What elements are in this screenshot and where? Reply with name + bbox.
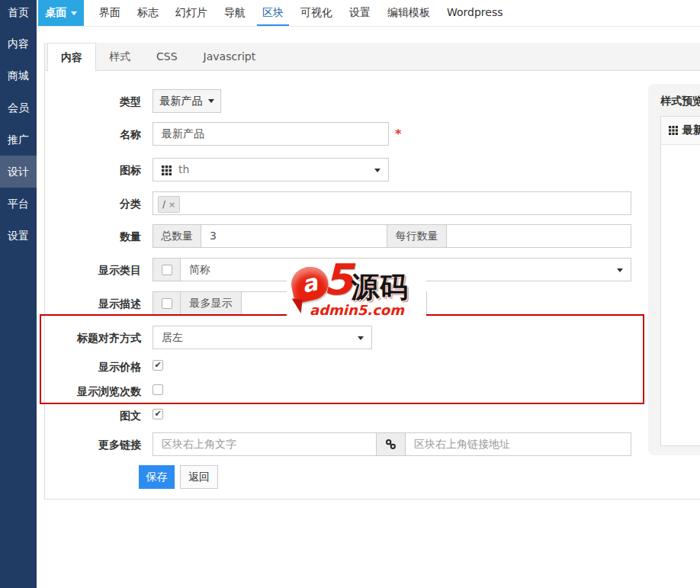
top-nav-tabs: 界面 标志 幻灯片 导航 区块 可视化 设置 编辑模板 Wordpress xyxy=(94,0,515,26)
title-align-select-value: 居左 xyxy=(162,331,183,343)
caret-down-icon xyxy=(358,336,364,340)
title-align-label: 标题对齐方式 xyxy=(27,332,141,344)
style-preview-title: 样式预览 xyxy=(660,95,700,108)
sidebar-item-platform[interactable]: 平台 xyxy=(0,188,37,220)
show-price-label: 显示价格 xyxy=(27,361,141,373)
remove-tag-icon[interactable]: × xyxy=(169,194,175,216)
per-row-quantity-addon: 每行数量 xyxy=(387,224,447,248)
topnav-tab-settings[interactable]: 设置 xyxy=(344,0,376,26)
panel-tab-style[interactable]: 样式 xyxy=(96,43,143,71)
sidebar-item-member[interactable]: 会员 xyxy=(0,92,37,124)
topnav-tab-logo[interactable]: 标志 xyxy=(132,0,164,26)
total-quantity-addon: 总数量 xyxy=(153,224,201,248)
caret-down-icon xyxy=(374,169,381,172)
show-views-checkbox[interactable] xyxy=(153,384,163,395)
sidebar-item-home[interactable]: 首页 xyxy=(0,0,37,25)
topnav-tab-blocks[interactable]: 区块 xyxy=(257,0,289,26)
watermark-five: 5 xyxy=(323,255,353,304)
panel-tab-content[interactable]: 内容 xyxy=(47,43,96,72)
total-quantity-input[interactable]: 3 xyxy=(201,224,387,248)
back-button[interactable]: 返回 xyxy=(180,465,218,489)
save-button[interactable]: 保存 xyxy=(139,465,175,489)
category-input[interactable]: / × xyxy=(153,191,631,215)
preview-block-title: 最新产品 xyxy=(682,124,700,137)
topnav-tab-visualize[interactable]: 可视化 xyxy=(295,0,338,26)
topnav-tab-edit-template[interactable]: 编辑模板 xyxy=(382,0,435,26)
show-description-label: 显示描述 xyxy=(27,297,141,310)
category-tag: / × xyxy=(158,196,180,213)
style-preview-panel: 样式预览 最新产品 xyxy=(648,84,700,455)
show-price-checkbox[interactable]: ✔ xyxy=(153,360,163,371)
show-category-checkbox[interactable] xyxy=(162,265,172,275)
link-addon xyxy=(376,432,406,456)
sidebar-item-promotion[interactable]: 推广 xyxy=(0,124,37,156)
quantity-label: 数量 xyxy=(27,230,141,243)
panel-tab-bar: 内容 样式 CSS Javascript xyxy=(45,43,700,71)
more-link-label: 更多链接 xyxy=(27,439,141,451)
th-grid-icon xyxy=(162,165,172,175)
sidebar-item-mall[interactable]: 商城 xyxy=(0,59,37,92)
max-display-addon: 最多显示 xyxy=(180,291,242,315)
watermark-cn-text: 源码 xyxy=(351,268,409,307)
more-link-text-placeholder: 区块右上角文字 xyxy=(162,438,236,450)
more-link-url-placeholder: 区块右上角链接地址 xyxy=(414,438,510,450)
topnav-tab-navigation[interactable]: 导航 xyxy=(219,0,251,26)
top-navbar: 桌面 界面 标志 幻灯片 导航 区块 可视化 设置 编辑模板 Wordpress xyxy=(37,0,700,27)
panel-tab-javascript[interactable]: Javascript xyxy=(191,43,269,71)
sidebar-item-design[interactable]: 设计 xyxy=(0,156,37,188)
type-value: 最新产品 xyxy=(160,95,203,108)
type-label: 类型 xyxy=(27,95,141,108)
desktop-menu-label: 桌面 xyxy=(46,6,67,20)
sidebar-item-content[interactable]: 内容 xyxy=(0,27,37,59)
icon-dropdown[interactable]: th xyxy=(153,158,389,182)
category-tag-text: / xyxy=(162,194,165,216)
title-align-select[interactable]: 居左 xyxy=(153,326,372,349)
type-dropdown-button[interactable]: 最新产品 xyxy=(153,89,221,113)
app-root: 首页 内容 商城 会员 推广 设计 平台 设置 桌面 界面 标志 幻灯片 导航 … xyxy=(0,0,700,588)
topnav-tab-interface[interactable]: 界面 xyxy=(94,0,126,26)
caret-down-icon xyxy=(208,99,214,103)
sidebar-item-settings[interactable]: 设置 xyxy=(0,220,37,252)
topnav-tab-slides[interactable]: 幻灯片 xyxy=(170,0,213,26)
image-text-checkbox[interactable]: ✔ xyxy=(153,409,163,419)
image-text-label: 图文 xyxy=(27,410,141,422)
panel-tab-css[interactable]: CSS xyxy=(143,43,191,71)
show-category-checkbox-addon xyxy=(153,258,181,281)
desktop-menu-button[interactable]: 桌面 xyxy=(38,0,84,26)
required-asterisk: * xyxy=(395,127,401,141)
topnav-tab-wordpress[interactable]: Wordpress xyxy=(442,0,509,26)
icon-value: th xyxy=(178,163,189,175)
more-link-text-input[interactable]: 区块右上角文字 xyxy=(153,432,377,456)
caret-down-icon xyxy=(71,11,77,15)
show-views-label: 显示浏览次数 xyxy=(27,385,141,397)
name-label: 名称 xyxy=(27,128,141,140)
category-name-select-value: 简称 xyxy=(189,263,210,275)
watermark-a5: a 5 源码 admin5.com xyxy=(287,262,426,322)
show-category-label: 显示类目 xyxy=(27,264,141,276)
show-description-checkbox-addon xyxy=(153,291,181,315)
th-grid-icon xyxy=(669,126,678,135)
name-input[interactable]: 最新产品 xyxy=(153,122,389,146)
more-link-url-input[interactable]: 区块右上角链接地址 xyxy=(405,432,631,456)
link-icon xyxy=(385,439,397,450)
show-description-checkbox[interactable] xyxy=(162,298,172,309)
caret-down-icon xyxy=(617,268,623,272)
icon-label: 图标 xyxy=(27,164,141,176)
preview-block: 最新产品 xyxy=(660,116,700,446)
sidebar: 首页 内容 商城 会员 推广 设计 平台 设置 xyxy=(0,0,37,588)
category-label: 分类 xyxy=(27,198,141,210)
per-row-quantity-input[interactable] xyxy=(446,224,631,248)
preview-block-header: 最新产品 xyxy=(661,117,700,145)
watermark-domain: admin5.com xyxy=(310,302,404,318)
